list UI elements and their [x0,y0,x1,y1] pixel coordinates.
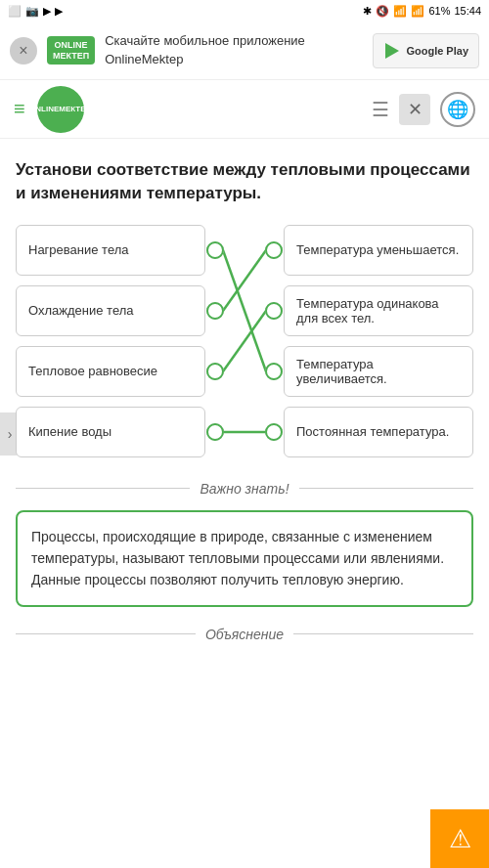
screenshot-icon: ⬜ [8,5,22,18]
svg-point-14 [266,364,282,379]
battery-text: 61% [428,5,450,17]
youtube-icon: ▶ [43,5,51,18]
mute-icon: 🔇 [376,5,389,18]
matching-exercise: Нагревание телаОхлаждение телаТепловое р… [16,225,473,457]
close-x-icon: ✕ [408,99,422,120]
right-column: Температура уменьшается.Температура один… [284,225,473,457]
status-right: ✱ 🔇 📶 📶 61% 15:44 [363,5,481,18]
instagram-icon: 📷 [25,5,39,18]
important-divider: Важно знать! [16,481,473,497]
question-title: Установи соответствие между тепловыми пр… [16,158,473,205]
time-display: 15:44 [454,5,481,17]
list-icon[interactable]: ☰ [372,98,389,121]
svg-point-19 [207,424,223,440]
left-item-3: Тепловое равновесие [16,346,205,397]
chevron-right-icon: › [8,426,13,442]
info-box: Процессы, происходящие в природе, связан… [16,510,473,607]
right-item-3: Температура увеличивается. [284,346,473,397]
explanation-divider: Объяснение [16,627,473,642]
navbar: ≡ ONLINE МЕКТЕП ☰ ✕ 🌐 [0,80,489,139]
play-store-icon [383,42,401,60]
wifi-icon: 📶 [393,5,407,18]
hamburger-menu-icon[interactable]: ≡ [14,98,25,120]
close-nav-button[interactable]: ✕ [399,94,430,125]
logo: ONLINE МЕКТЕП [37,86,84,133]
banner-logo-box: ONLINE МЕКТЕП [47,36,95,65]
right-item-4: Постоянная температура. [284,407,473,457]
banner-logo: ONLINE МЕКТЕП [47,36,95,65]
language-button[interactable]: 🌐 [440,92,475,127]
bluetooth-icon: ✱ [363,5,372,18]
status-bar: ⬜ 📷 ▶ ▶ ✱ 🔇 📶 📶 61% 15:44 [0,0,489,22]
svg-line-2 [223,311,266,371]
warning-button[interactable]: ⚠ [430,809,489,868]
left-item-4: Кипение воды [16,407,205,457]
svg-point-18 [266,303,282,319]
explanation-divider-left [16,633,196,634]
left-item-2: Охлаждение тела [16,285,205,336]
divider-left [16,488,190,489]
close-icon: × [19,42,27,60]
app-banner: × ONLINE МЕКТЕП Скачайте мобильное прило… [0,22,489,80]
left-item-1: Нагревание тела [16,225,205,276]
google-play-button[interactable]: Google Play [373,33,479,68]
right-item-2: Температура одинакова для всех тел. [284,285,473,336]
divider-right [299,488,473,489]
svg-point-20 [266,424,282,440]
banner-text: Скачайте мобильное приложение OnlineMekt… [105,32,363,67]
svg-line-4 [223,250,266,371]
explanation-divider-right [293,633,473,634]
svg-line-3 [223,250,266,311]
google-play-label: Google Play [406,45,468,57]
svg-point-16 [266,242,282,258]
main-content: Установи соответствие между тепловыми пр… [0,139,489,672]
signal-icon: 📶 [411,5,424,18]
svg-point-13 [207,242,223,258]
banner-close-button[interactable]: × [10,37,37,65]
explanation-label: Объяснение [205,627,284,642]
nav-left: ≡ ONLINE МЕКТЕП [14,86,84,133]
important-label: Важно знать! [200,481,289,497]
left-column: Нагревание телаОхлаждение телаТепловое р… [16,225,205,457]
right-item-1: Температура уменьшается. [284,225,473,276]
globe-icon: 🌐 [447,99,468,120]
status-left: ⬜ 📷 ▶ ▶ [8,5,63,18]
svg-point-17 [207,364,223,379]
svg-marker-0 [385,43,399,59]
svg-point-15 [207,303,223,319]
warning-icon: ⚠ [449,824,471,854]
connections-column [205,225,284,457]
nav-right: ☰ ✕ 🌐 [372,92,475,127]
youtube2-icon: ▶ [55,5,63,18]
